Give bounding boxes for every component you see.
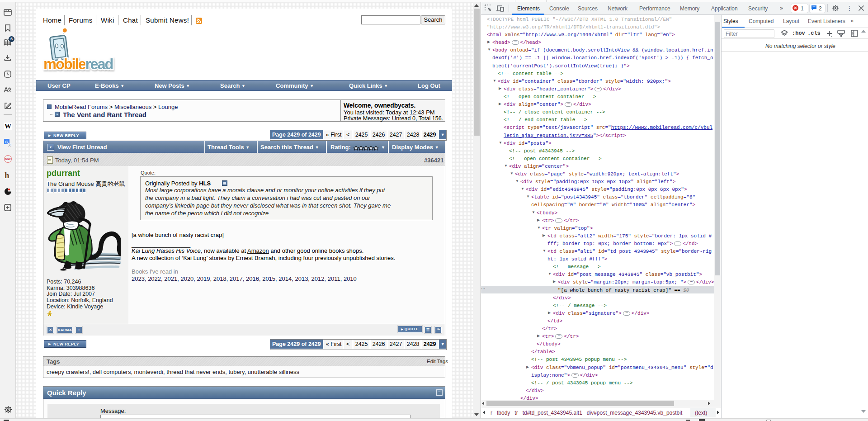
svg-text:文: 文: [8, 143, 11, 147]
svg-text:mobileread: mobileread: [43, 56, 113, 72]
